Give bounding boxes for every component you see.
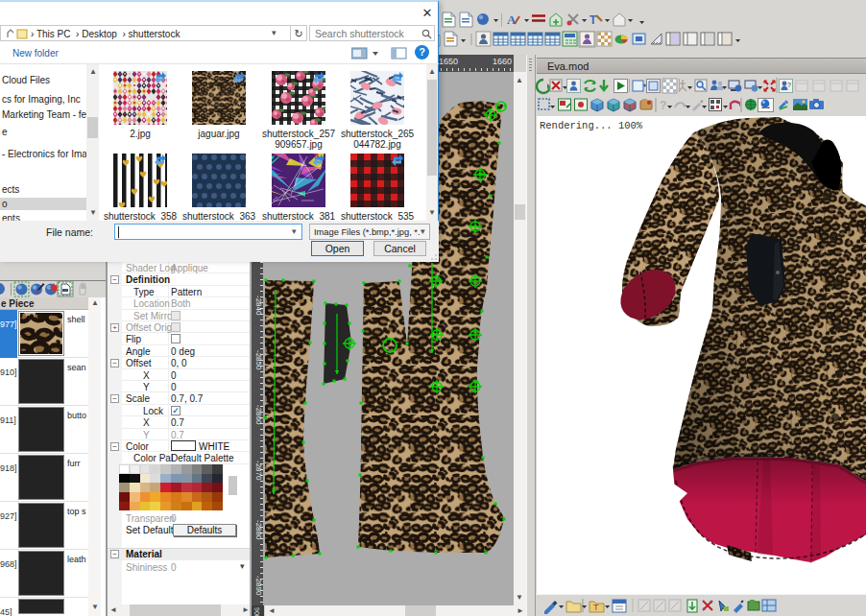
svg-text:-2840: -2840 bbox=[254, 296, 263, 316]
svg-text:-2870: -2870 bbox=[254, 461, 263, 481]
svg-text:-2860: -2860 bbox=[254, 405, 263, 425]
svg-text:T: T bbox=[589, 13, 597, 27]
svg-text:-2850: -2850 bbox=[254, 350, 263, 370]
svg-text:?: ? bbox=[660, 99, 666, 112]
svg-text:?: ? bbox=[787, 82, 791, 88]
svg-text:-2890: -2890 bbox=[254, 576, 263, 596]
svg-text:-2880: -2880 bbox=[254, 520, 263, 540]
svg-text:N: N bbox=[82, 284, 85, 290]
svg-text:A: A bbox=[507, 12, 517, 27]
svg-text:T: T bbox=[593, 603, 599, 612]
